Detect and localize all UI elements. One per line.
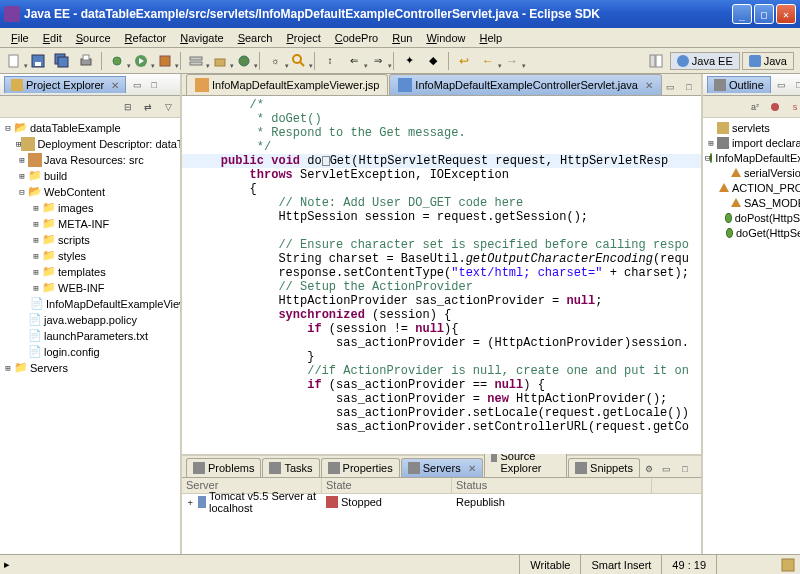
editor-maximize-icon[interactable]: □ <box>681 79 697 95</box>
tree-item[interactable]: login.config <box>2 344 178 360</box>
print-button[interactable] <box>75 50 97 72</box>
link-editor-icon[interactable]: ⇄ <box>140 99 156 115</box>
close-button[interactable]: ✕ <box>776 4 796 24</box>
save-all-button[interactable] <box>51 50 73 72</box>
editor-minimize-icon[interactable]: ▭ <box>663 79 679 95</box>
annotation-prev-button[interactable]: ⇐ <box>343 50 365 72</box>
tree-item[interactable]: ⊞scripts <box>2 232 178 248</box>
bottom-tab-snippets[interactable]: Snippets <box>568 458 640 477</box>
column-header[interactable]: State <box>322 478 452 493</box>
status-updates-icon[interactable] <box>780 557 796 573</box>
bottom-tab-tasks[interactable]: Tasks <box>262 458 319 477</box>
open-perspective-button[interactable] <box>645 50 667 72</box>
view-menu-icon[interactable]: ▽ <box>160 99 176 115</box>
outline-item[interactable]: ACTION_PROVIDER : Strin <box>705 180 800 195</box>
servers-table[interactable]: +Tomcat v5.5 Server at localhost Stopped… <box>182 494 701 554</box>
maximize-view-icon[interactable]: □ <box>146 77 162 93</box>
tree-item[interactable]: ⊞Java Resources: src <box>2 152 178 168</box>
project-explorer-tab[interactable]: Project Explorer ✕ <box>4 76 126 93</box>
project-explorer-tree[interactable]: ⊟dataTableExample⊞Deployment Descriptor:… <box>0 118 180 554</box>
tree-item[interactable]: ⊞WEB-INF <box>2 280 178 296</box>
close-icon[interactable]: ✕ <box>645 80 653 91</box>
servers-row[interactable]: +Tomcat v5.5 Server at localhost Stopped… <box>182 494 701 510</box>
menu-refactor[interactable]: Refactor <box>118 30 174 46</box>
back-button[interactable]: ← <box>477 50 499 72</box>
tree-item[interactable]: ⊞Deployment Descriptor: dataTableE <box>2 136 178 152</box>
tree-item[interactable]: ⊞META-INF <box>2 216 178 232</box>
menu-edit[interactable]: Edit <box>36 30 69 46</box>
last-edit-button[interactable]: ↩ <box>453 50 475 72</box>
outline-item[interactable]: ⊟InfoMapDefaultExampleControl <box>705 150 800 165</box>
new-class-button[interactable] <box>233 50 255 72</box>
editor-tab[interactable]: InfoMapDefaultExampleControllerServlet.j… <box>389 74 662 95</box>
menu-navigate[interactable]: Navigate <box>173 30 230 46</box>
bottom-tab-problems[interactable]: Problems <box>186 458 261 477</box>
outline-item[interactable]: ⊞import declarations <box>705 135 800 150</box>
menubar: FileEditSourceRefactorNavigateSearchProj… <box>0 28 800 48</box>
bottom-tab-servers[interactable]: Servers✕ <box>401 458 483 477</box>
tree-item[interactable]: java.webapp.policy <box>2 312 178 328</box>
menu-source[interactable]: Source <box>69 30 118 46</box>
menu-file[interactable]: File <box>4 30 36 46</box>
collapse-all-icon[interactable]: ⊟ <box>120 99 136 115</box>
tree-item[interactable]: ⊞images <box>2 200 178 216</box>
status-writable: Writable <box>519 555 580 574</box>
hide-static-icon[interactable]: s <box>787 99 800 115</box>
run-last-button[interactable] <box>154 50 176 72</box>
menu-search[interactable]: Search <box>231 30 280 46</box>
outline-item[interactable]: doGet(HttpServletRequest <box>705 225 800 240</box>
tree-item[interactable]: ⊞templates <box>2 264 178 280</box>
outline-item[interactable]: doPost(HttpServletReques <box>705 210 800 225</box>
column-header[interactable]: Status <box>452 478 652 493</box>
outline-item[interactable]: SAS_MODEL : String <box>705 195 800 210</box>
tree-item[interactable]: InfoMapDefaultExampleViewer <box>2 296 178 312</box>
open-type-button[interactable]: ☼ <box>264 50 286 72</box>
project-explorer-title: Project Explorer <box>26 79 104 91</box>
tree-item[interactable]: ⊞styles <box>2 248 178 264</box>
annotation-next-button[interactable]: ⇒ <box>367 50 389 72</box>
outline-maximize-icon[interactable]: □ <box>791 77 800 93</box>
new-button[interactable] <box>3 50 25 72</box>
bottom-tab-properties[interactable]: Properties <box>321 458 400 477</box>
code-editor[interactable]: /* * doGet() * Respond to the Get messag… <box>182 96 701 454</box>
editor-tab[interactable]: InfoMapDefaultExampleViewer.jsp <box>186 74 388 95</box>
outline-item[interactable]: servlets <box>705 120 800 135</box>
minimize-button[interactable]: _ <box>732 4 752 24</box>
run-button[interactable] <box>130 50 152 72</box>
perspective-java[interactable]: Java <box>742 52 794 70</box>
maximize-button[interactable]: □ <box>754 4 774 24</box>
editor-tabs: InfoMapDefaultExampleViewer.jspInfoMapDe… <box>182 74 701 96</box>
save-button[interactable] <box>27 50 49 72</box>
menu-help[interactable]: Help <box>473 30 510 46</box>
menu-window[interactable]: Window <box>419 30 472 46</box>
search-button[interactable] <box>288 50 310 72</box>
minimize-view-icon[interactable]: ▭ <box>129 77 145 93</box>
tree-item[interactable]: ⊟dataTableExample <box>2 120 178 136</box>
debug-button[interactable] <box>106 50 128 72</box>
close-icon[interactable]: ✕ <box>111 80 119 91</box>
tree-item[interactable]: ⊞build <box>2 168 178 184</box>
bottom-minimize-icon[interactable]: ▭ <box>659 461 675 477</box>
tree-item[interactable]: ⊟WebContent <box>2 184 178 200</box>
menu-codepro[interactable]: CodePro <box>328 30 385 46</box>
perspective-java-ee[interactable]: Java EE <box>670 52 740 70</box>
tree-item[interactable]: ⊞Servers <box>2 360 178 376</box>
toggle-mark-button[interactable]: ↕ <box>319 50 341 72</box>
outline-minimize-icon[interactable]: ▭ <box>774 77 790 93</box>
codepro-button[interactable]: ◆ <box>422 50 444 72</box>
menu-project[interactable]: Project <box>280 30 328 46</box>
bottom-maximize-icon[interactable]: □ <box>677 461 693 477</box>
codepro-wizard-button[interactable]: ✦ <box>398 50 420 72</box>
outline-tab[interactable]: Outline <box>707 76 771 93</box>
hide-fields-icon[interactable] <box>767 99 783 115</box>
servers-actions-icon[interactable]: ⚙ <box>641 461 657 477</box>
new-server-button[interactable] <box>185 50 207 72</box>
menu-run[interactable]: Run <box>385 30 419 46</box>
outline-tree[interactable]: servlets⊞import declarations⊟InfoMapDefa… <box>703 118 800 554</box>
svg-rect-17 <box>656 55 662 67</box>
outline-item[interactable]: serialVersionUID : long <box>705 165 800 180</box>
new-package-button[interactable] <box>209 50 231 72</box>
tree-item[interactable]: launchParameters.txt <box>2 328 178 344</box>
sort-icon[interactable]: aᶻ <box>747 99 763 115</box>
forward-button[interactable]: → <box>501 50 523 72</box>
